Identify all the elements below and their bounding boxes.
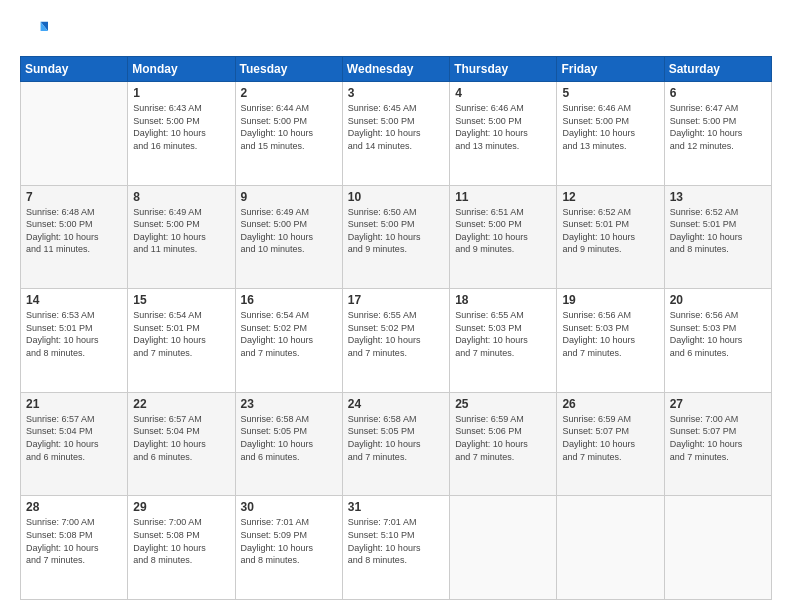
calendar-cell: 7Sunrise: 6:48 AM Sunset: 5:00 PM Daylig… (21, 185, 128, 289)
weekday-sunday: Sunday (21, 57, 128, 82)
calendar-cell: 20Sunrise: 6:56 AM Sunset: 5:03 PM Dayli… (664, 289, 771, 393)
weekday-friday: Friday (557, 57, 664, 82)
day-number: 13 (670, 190, 766, 204)
calendar-cell (664, 496, 771, 600)
logo-icon (20, 18, 48, 46)
day-info: Sunrise: 6:46 AM Sunset: 5:00 PM Dayligh… (455, 102, 551, 152)
weekday-monday: Monday (128, 57, 235, 82)
day-number: 3 (348, 86, 444, 100)
calendar-cell: 12Sunrise: 6:52 AM Sunset: 5:01 PM Dayli… (557, 185, 664, 289)
day-number: 7 (26, 190, 122, 204)
day-number: 5 (562, 86, 658, 100)
day-number: 30 (241, 500, 337, 514)
day-number: 9 (241, 190, 337, 204)
day-number: 21 (26, 397, 122, 411)
day-info: Sunrise: 6:54 AM Sunset: 5:02 PM Dayligh… (241, 309, 337, 359)
day-info: Sunrise: 7:01 AM Sunset: 5:09 PM Dayligh… (241, 516, 337, 566)
day-info: Sunrise: 7:00 AM Sunset: 5:08 PM Dayligh… (133, 516, 229, 566)
day-number: 22 (133, 397, 229, 411)
day-info: Sunrise: 6:58 AM Sunset: 5:05 PM Dayligh… (241, 413, 337, 463)
weekday-tuesday: Tuesday (235, 57, 342, 82)
day-info: Sunrise: 6:52 AM Sunset: 5:01 PM Dayligh… (670, 206, 766, 256)
calendar-cell: 2Sunrise: 6:44 AM Sunset: 5:00 PM Daylig… (235, 82, 342, 186)
day-number: 31 (348, 500, 444, 514)
calendar-cell: 17Sunrise: 6:55 AM Sunset: 5:02 PM Dayli… (342, 289, 449, 393)
day-info: Sunrise: 6:53 AM Sunset: 5:01 PM Dayligh… (26, 309, 122, 359)
day-info: Sunrise: 6:45 AM Sunset: 5:00 PM Dayligh… (348, 102, 444, 152)
calendar-week-row: 21Sunrise: 6:57 AM Sunset: 5:04 PM Dayli… (21, 392, 772, 496)
logo (20, 18, 52, 46)
calendar-week-row: 1Sunrise: 6:43 AM Sunset: 5:00 PM Daylig… (21, 82, 772, 186)
calendar-table: SundayMondayTuesdayWednesdayThursdayFrid… (20, 56, 772, 600)
day-number: 6 (670, 86, 766, 100)
day-info: Sunrise: 6:57 AM Sunset: 5:04 PM Dayligh… (26, 413, 122, 463)
day-number: 14 (26, 293, 122, 307)
day-info: Sunrise: 6:55 AM Sunset: 5:02 PM Dayligh… (348, 309, 444, 359)
day-info: Sunrise: 6:48 AM Sunset: 5:00 PM Dayligh… (26, 206, 122, 256)
day-info: Sunrise: 6:57 AM Sunset: 5:04 PM Dayligh… (133, 413, 229, 463)
day-info: Sunrise: 6:55 AM Sunset: 5:03 PM Dayligh… (455, 309, 551, 359)
day-info: Sunrise: 6:46 AM Sunset: 5:00 PM Dayligh… (562, 102, 658, 152)
header (20, 18, 772, 46)
day-number: 10 (348, 190, 444, 204)
day-info: Sunrise: 6:59 AM Sunset: 5:06 PM Dayligh… (455, 413, 551, 463)
calendar-cell: 26Sunrise: 6:59 AM Sunset: 5:07 PM Dayli… (557, 392, 664, 496)
calendar-cell: 19Sunrise: 6:56 AM Sunset: 5:03 PM Dayli… (557, 289, 664, 393)
day-number: 19 (562, 293, 658, 307)
day-number: 12 (562, 190, 658, 204)
day-info: Sunrise: 6:47 AM Sunset: 5:00 PM Dayligh… (670, 102, 766, 152)
day-info: Sunrise: 6:44 AM Sunset: 5:00 PM Dayligh… (241, 102, 337, 152)
day-number: 11 (455, 190, 551, 204)
day-number: 18 (455, 293, 551, 307)
day-info: Sunrise: 7:00 AM Sunset: 5:07 PM Dayligh… (670, 413, 766, 463)
calendar-cell: 15Sunrise: 6:54 AM Sunset: 5:01 PM Dayli… (128, 289, 235, 393)
weekday-wednesday: Wednesday (342, 57, 449, 82)
calendar-cell: 31Sunrise: 7:01 AM Sunset: 5:10 PM Dayli… (342, 496, 449, 600)
day-info: Sunrise: 6:54 AM Sunset: 5:01 PM Dayligh… (133, 309, 229, 359)
page: SundayMondayTuesdayWednesdayThursdayFrid… (0, 0, 792, 612)
calendar-cell: 4Sunrise: 6:46 AM Sunset: 5:00 PM Daylig… (450, 82, 557, 186)
calendar-cell: 14Sunrise: 6:53 AM Sunset: 5:01 PM Dayli… (21, 289, 128, 393)
weekday-thursday: Thursday (450, 57, 557, 82)
day-info: Sunrise: 7:01 AM Sunset: 5:10 PM Dayligh… (348, 516, 444, 566)
day-number: 4 (455, 86, 551, 100)
calendar-week-row: 28Sunrise: 7:00 AM Sunset: 5:08 PM Dayli… (21, 496, 772, 600)
day-info: Sunrise: 7:00 AM Sunset: 5:08 PM Dayligh… (26, 516, 122, 566)
calendar-cell: 8Sunrise: 6:49 AM Sunset: 5:00 PM Daylig… (128, 185, 235, 289)
day-info: Sunrise: 6:49 AM Sunset: 5:00 PM Dayligh… (241, 206, 337, 256)
day-number: 25 (455, 397, 551, 411)
calendar-cell: 10Sunrise: 6:50 AM Sunset: 5:00 PM Dayli… (342, 185, 449, 289)
calendar-cell: 18Sunrise: 6:55 AM Sunset: 5:03 PM Dayli… (450, 289, 557, 393)
calendar-cell: 5Sunrise: 6:46 AM Sunset: 5:00 PM Daylig… (557, 82, 664, 186)
day-number: 16 (241, 293, 337, 307)
calendar-cell: 28Sunrise: 7:00 AM Sunset: 5:08 PM Dayli… (21, 496, 128, 600)
calendar-cell: 22Sunrise: 6:57 AM Sunset: 5:04 PM Dayli… (128, 392, 235, 496)
day-number: 2 (241, 86, 337, 100)
calendar-cell: 3Sunrise: 6:45 AM Sunset: 5:00 PM Daylig… (342, 82, 449, 186)
weekday-header-row: SundayMondayTuesdayWednesdayThursdayFrid… (21, 57, 772, 82)
day-info: Sunrise: 6:58 AM Sunset: 5:05 PM Dayligh… (348, 413, 444, 463)
calendar-cell: 1Sunrise: 6:43 AM Sunset: 5:00 PM Daylig… (128, 82, 235, 186)
day-number: 24 (348, 397, 444, 411)
day-number: 20 (670, 293, 766, 307)
day-info: Sunrise: 6:56 AM Sunset: 5:03 PM Dayligh… (562, 309, 658, 359)
day-number: 26 (562, 397, 658, 411)
day-number: 8 (133, 190, 229, 204)
day-number: 27 (670, 397, 766, 411)
calendar-cell: 11Sunrise: 6:51 AM Sunset: 5:00 PM Dayli… (450, 185, 557, 289)
day-info: Sunrise: 6:50 AM Sunset: 5:00 PM Dayligh… (348, 206, 444, 256)
day-number: 23 (241, 397, 337, 411)
calendar-week-row: 7Sunrise: 6:48 AM Sunset: 5:00 PM Daylig… (21, 185, 772, 289)
calendar-cell: 16Sunrise: 6:54 AM Sunset: 5:02 PM Dayli… (235, 289, 342, 393)
day-info: Sunrise: 6:49 AM Sunset: 5:00 PM Dayligh… (133, 206, 229, 256)
day-number: 29 (133, 500, 229, 514)
calendar-cell: 9Sunrise: 6:49 AM Sunset: 5:00 PM Daylig… (235, 185, 342, 289)
day-info: Sunrise: 6:56 AM Sunset: 5:03 PM Dayligh… (670, 309, 766, 359)
day-info: Sunrise: 6:59 AM Sunset: 5:07 PM Dayligh… (562, 413, 658, 463)
calendar-cell: 6Sunrise: 6:47 AM Sunset: 5:00 PM Daylig… (664, 82, 771, 186)
day-number: 1 (133, 86, 229, 100)
day-info: Sunrise: 6:43 AM Sunset: 5:00 PM Dayligh… (133, 102, 229, 152)
day-info: Sunrise: 6:51 AM Sunset: 5:00 PM Dayligh… (455, 206, 551, 256)
day-number: 17 (348, 293, 444, 307)
day-number: 15 (133, 293, 229, 307)
